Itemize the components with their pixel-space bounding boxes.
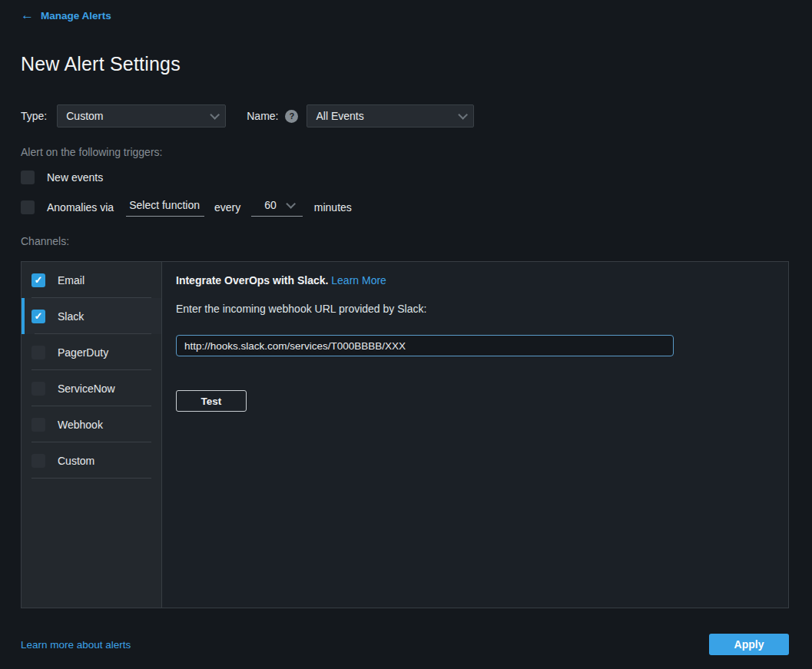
back-link[interactable]: ← Manage Alerts — [21, 8, 789, 22]
channel-label: PagerDuty — [58, 346, 108, 359]
new-events-label: New events — [47, 171, 103, 184]
test-button[interactable]: Test — [176, 390, 247, 412]
webhook-checkbox[interactable] — [31, 418, 45, 432]
chevron-down-icon — [286, 199, 296, 209]
type-name-row: Type: Custom Name: ? All Events — [21, 104, 789, 128]
page: ← Manage Alerts New Alert Settings Type:… — [0, 0, 812, 669]
channel-label: Email — [58, 274, 85, 286]
footer: Learn more about alerts Apply — [21, 634, 789, 655]
channel-row-email[interactable]: Email — [22, 262, 161, 298]
channel-row-servicenow[interactable]: ServiceNow — [22, 370, 161, 406]
channel-label: Webhook — [58, 419, 103, 431]
slack-settings-panel: Integrate OverOps with Slack. Learn More… — [162, 262, 788, 608]
learn-more-about-alerts-link[interactable]: Learn more about alerts — [21, 639, 131, 651]
channel-row-pagerduty[interactable]: PagerDuty — [22, 334, 161, 370]
webhook-instruction: Enter the incoming webhook URL provided … — [176, 303, 774, 315]
channel-row-custom[interactable]: Custom — [22, 442, 161, 479]
type-select-value: Custom — [66, 110, 103, 122]
chevron-down-icon — [459, 110, 469, 120]
slack-checkbox[interactable] — [31, 310, 45, 323]
webhook-url-input[interactable] — [176, 335, 674, 356]
channel-row-webhook[interactable]: Webhook — [22, 406, 161, 442]
anomalies-label: Anomalies via — [47, 201, 114, 214]
new-events-checkbox[interactable] — [21, 171, 35, 184]
channel-label: ServiceNow — [58, 383, 115, 395]
slack-intro-text: Integrate OverOps with Slack. — [176, 274, 328, 286]
help-icon[interactable]: ? — [285, 110, 298, 123]
interval-select-value: 60 — [264, 199, 277, 211]
channel-row-slack[interactable]: Slack — [22, 298, 161, 334]
name-select-value: All Events — [316, 110, 363, 122]
back-arrow-icon: ← — [21, 8, 34, 22]
interval-select[interactable]: 60 — [251, 197, 303, 217]
type-label: Type: — [21, 110, 47, 122]
minutes-label: minutes — [314, 201, 352, 214]
anomalies-trigger-row: Anomalies via Select function every 60 m… — [21, 197, 789, 217]
apply-button[interactable]: Apply — [709, 634, 789, 655]
type-select[interactable]: Custom — [57, 104, 226, 128]
channel-label: Slack — [58, 310, 84, 323]
email-checkbox[interactable] — [31, 273, 45, 287]
page-title: New Alert Settings — [21, 53, 789, 75]
back-link-label: Manage Alerts — [41, 10, 111, 22]
learn-more-link[interactable]: Learn More — [331, 274, 386, 286]
anomalies-checkbox[interactable] — [21, 200, 35, 214]
servicenow-checkbox[interactable] — [31, 382, 45, 396]
channels-box: Email Slack PagerDuty ServiceNow Webhook… — [21, 261, 789, 608]
custom-checkbox[interactable] — [31, 454, 45, 468]
pagerduty-checkbox[interactable] — [31, 346, 45, 359]
triggers-heading: Alert on the following triggers: — [21, 146, 789, 158]
channel-list: Email Slack PagerDuty ServiceNow Webhook… — [22, 262, 162, 608]
every-label: every — [214, 201, 240, 214]
slack-intro-line: Integrate OverOps with Slack. Learn More — [176, 274, 774, 286]
channels-heading: Channels: — [21, 235, 789, 247]
name-select[interactable]: All Events — [307, 104, 474, 128]
function-select[interactable]: Select function — [126, 197, 204, 217]
name-label: Name: — [247, 110, 278, 122]
channel-label: Custom — [58, 455, 94, 467]
new-events-trigger-row: New events — [21, 171, 789, 184]
chevron-down-icon — [210, 110, 220, 120]
